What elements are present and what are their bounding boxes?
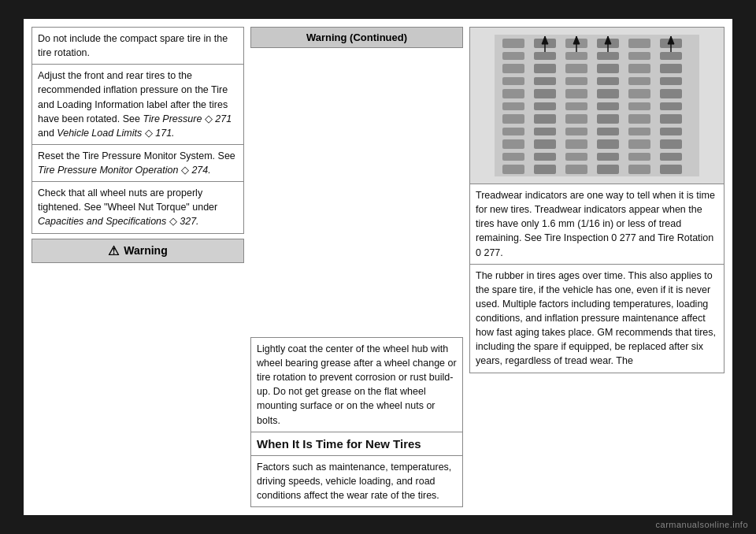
svg-rect-29: [565, 114, 587, 124]
svg-rect-25: [565, 64, 587, 73]
svg-rect-50: [628, 102, 650, 110]
svg-rect-24: [565, 52, 587, 60]
warning-triangle-icon: ⚠: [108, 243, 119, 258]
svg-rect-48: [628, 77, 650, 85]
svg-rect-41: [597, 128, 619, 135]
svg-rect-60: [660, 89, 682, 98]
svg-rect-44: [597, 165, 619, 174]
left-column: Do not include the compact spare tire in…: [32, 27, 244, 507]
svg-rect-20: [534, 139, 556, 149]
svg-rect-65: [660, 153, 682, 161]
svg-rect-27: [565, 89, 587, 98]
mid-column: Warning (Continued) Lightly coat the cen…: [250, 27, 463, 507]
svg-rect-2: [502, 52, 524, 60]
svg-rect-31: [565, 139, 587, 149]
svg-rect-36: [597, 64, 619, 73]
left-block-1-text: Do not include the compact spare tire in…: [38, 33, 228, 58]
watermark-text: carmanualsонline.info: [656, 520, 748, 529]
svg-rect-45: [628, 39, 650, 48]
svg-rect-61: [660, 102, 682, 110]
left-block-4-text: Check that all wheel nuts are properly t…: [38, 187, 217, 227]
svg-rect-64: [660, 139, 682, 149]
page-container: Do not include the compact spare tire in…: [24, 19, 732, 515]
svg-rect-58: [660, 64, 682, 73]
svg-rect-7: [502, 114, 524, 124]
mid-main-text: Lightly coat the center of the wheel hub…: [257, 343, 457, 426]
right-tread-text: Treadwear indicators are one way to tell…: [476, 190, 715, 258]
svg-rect-66: [660, 165, 682, 174]
svg-rect-51: [628, 114, 650, 124]
svg-rect-26: [565, 77, 587, 85]
svg-rect-10: [502, 153, 524, 161]
right-aging-text: The rubber in tires ages over time. This…: [476, 270, 716, 367]
svg-rect-62: [660, 114, 682, 124]
svg-rect-15: [534, 77, 556, 85]
svg-rect-37: [597, 77, 619, 85]
tire-tread-image: [469, 27, 724, 184]
watermark: carmanualsонline.info: [656, 520, 748, 529]
warning-continued-box: Warning (Continued): [250, 27, 463, 48]
mid-section-text: Factors such as maintenance, temperature…: [257, 462, 451, 501]
svg-rect-32: [565, 153, 587, 161]
left-block-4: Check that all wheel nuts are properly t…: [32, 182, 244, 233]
left-block-2: Adjust the front and rear tires to the r…: [32, 65, 244, 145]
svg-rect-47: [628, 64, 650, 73]
right-tread-text-block: Treadwear indicators are one way to tell…: [469, 184, 724, 265]
svg-rect-21: [534, 153, 556, 161]
mid-section-text-block: Factors such as maintenance, temperature…: [250, 456, 463, 507]
svg-rect-54: [628, 153, 650, 161]
svg-rect-39: [597, 102, 619, 110]
warning-continued-label: Warning (Continued): [306, 32, 407, 43]
left-block-3-text: Reset the Tire Pressure Monitor System. …: [38, 150, 235, 176]
tire-tread-svg: [495, 35, 699, 176]
svg-rect-19: [534, 128, 556, 135]
svg-rect-3: [502, 64, 524, 73]
svg-rect-17: [534, 102, 556, 110]
svg-rect-43: [597, 153, 619, 161]
svg-rect-14: [534, 64, 556, 73]
svg-rect-52: [628, 128, 650, 135]
svg-rect-57: [660, 52, 682, 60]
svg-rect-16: [534, 89, 556, 98]
right-aging-text-block: The rubber in tires ages over time. This…: [469, 265, 724, 373]
when-is-time-label: When It Is Time for New Tires: [257, 437, 421, 451]
svg-rect-63: [660, 128, 682, 135]
svg-rect-30: [565, 128, 587, 135]
svg-rect-40: [597, 114, 619, 124]
svg-rect-1: [502, 39, 524, 48]
svg-rect-4: [502, 77, 524, 85]
svg-rect-6: [502, 102, 524, 110]
left-block-2-text: Adjust the front and rear tires to the r…: [38, 70, 232, 139]
left-warning-box: ⚠ Warning: [32, 239, 244, 263]
svg-rect-18: [534, 114, 556, 124]
svg-rect-55: [628, 165, 650, 174]
svg-rect-38: [597, 89, 619, 98]
svg-rect-13: [534, 52, 556, 60]
svg-rect-33: [565, 165, 587, 174]
when-is-time-heading: When It Is Time for New Tires: [250, 432, 463, 456]
left-block-3: Reset the Tire Pressure Monitor System. …: [32, 145, 244, 182]
right-column: Treadwear indicators are one way to tell…: [469, 27, 724, 507]
left-block-1: Do not include the compact spare tire in…: [32, 27, 244, 65]
svg-rect-35: [597, 52, 619, 60]
svg-rect-53: [628, 139, 650, 149]
svg-rect-8: [502, 128, 524, 135]
mid-main-text-block: Lightly coat the center of the wheel hub…: [250, 337, 463, 432]
svg-rect-42: [597, 139, 619, 149]
svg-rect-28: [565, 102, 587, 110]
svg-rect-9: [502, 139, 524, 149]
left-warning-label: Warning: [124, 244, 167, 257]
svg-rect-22: [534, 165, 556, 174]
svg-rect-11: [502, 165, 524, 174]
svg-rect-49: [628, 89, 650, 98]
svg-rect-46: [628, 52, 650, 60]
svg-rect-59: [660, 77, 682, 85]
svg-rect-5: [502, 89, 524, 98]
